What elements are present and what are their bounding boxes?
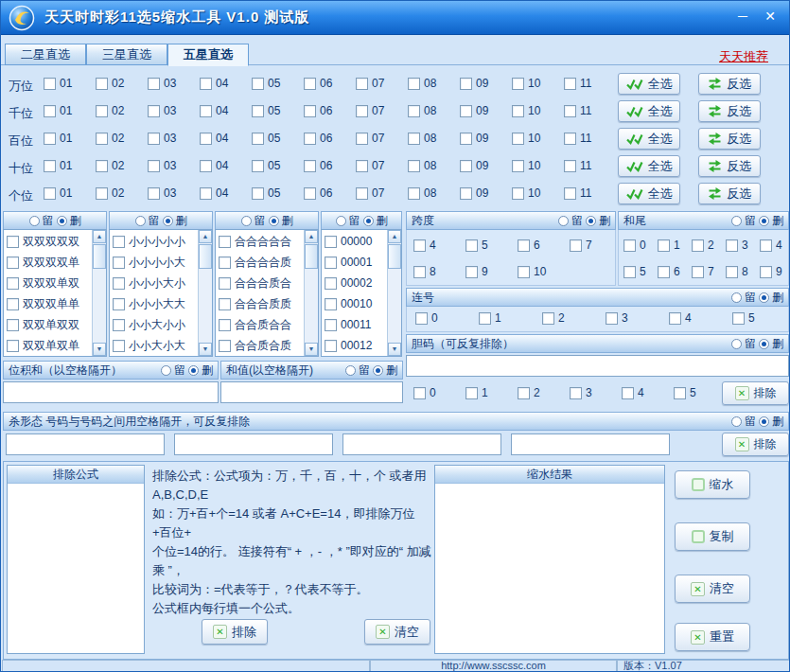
list-item-checkbox[interactable] [325, 319, 337, 331]
consec-option-checkbox[interactable] [479, 312, 491, 325]
consec-keep-radio[interactable] [731, 292, 742, 303]
span-option-checkbox[interactable] [413, 266, 426, 278]
scroll-up-button[interactable]: ▲ [199, 230, 212, 243]
sumtail-delete-radio[interactable] [759, 216, 769, 226]
clear-button[interactable]: ✕ 清空 [675, 575, 750, 603]
list-item-checkbox[interactable] [219, 256, 231, 269]
list-item[interactable]: 双双单双双 [4, 314, 106, 335]
list-item[interactable]: 双双双单单 [4, 293, 106, 314]
invert-selection-button[interactable]: 反选 [698, 73, 761, 95]
close-button[interactable]: ✕ [764, 9, 776, 24]
list-item-checkbox[interactable] [113, 236, 125, 248]
weightsum-delete-radio[interactable] [188, 365, 199, 376]
invert-selection-button[interactable]: 反选 [698, 183, 761, 204]
sumtail-option-checkbox[interactable] [692, 266, 704, 278]
scroll-down-button[interactable]: ▼ [388, 343, 401, 356]
number-checkbox[interactable] [44, 105, 56, 117]
number-checkbox[interactable] [96, 105, 108, 117]
scrollbar[interactable]: ▲▼ [198, 230, 212, 356]
span-keep-radio[interactable] [558, 216, 569, 226]
list-item-checkbox[interactable] [219, 236, 231, 248]
list-prime-composite-delete-radio[interactable] [269, 216, 279, 226]
list-item[interactable]: 合合合合合 [216, 231, 318, 252]
number-checkbox[interactable] [96, 187, 108, 200]
number-checkbox[interactable] [96, 133, 108, 145]
list-digit-form-delete-radio[interactable] [363, 216, 374, 226]
select-all-button[interactable]: 全选 [618, 100, 680, 122]
list-item-checkbox[interactable] [113, 319, 125, 331]
invert-selection-button[interactable]: 反选 [698, 155, 761, 177]
scroll-up-button[interactable]: ▲ [305, 230, 318, 243]
number-checkbox[interactable] [96, 78, 108, 90]
dan-option-checkbox[interactable] [570, 387, 582, 399]
list-item[interactable]: 小小小小小 [110, 231, 212, 252]
list-big-small-delete-radio[interactable] [163, 216, 173, 226]
list-item-checkbox[interactable] [7, 277, 19, 290]
list-item[interactable]: 合合质合合 [216, 314, 318, 335]
sumtail-option-checkbox[interactable] [692, 239, 704, 252]
tab-3[interactable]: 五星直选 [167, 44, 249, 66]
list-item-checkbox[interactable] [7, 340, 19, 352]
number-checkbox[interactable] [44, 187, 56, 200]
list-prime-composite-keep-radio[interactable] [241, 216, 252, 226]
consec-option-checkbox[interactable] [606, 312, 618, 325]
list-item[interactable]: 双双单双单 [4, 335, 106, 356]
list-item-checkbox[interactable] [325, 277, 337, 290]
list-item[interactable]: 小小小小大 [110, 252, 212, 273]
formula-input-area[interactable] [8, 484, 144, 653]
number-checkbox[interactable] [356, 133, 368, 145]
list-item[interactable]: 双双双单双 [4, 273, 106, 293]
scrollbar[interactable]: ▲▼ [92, 230, 106, 356]
list-item-checkbox[interactable] [113, 256, 125, 269]
list-item[interactable]: 小小小大大 [110, 293, 212, 314]
kill-pattern-input-1[interactable] [6, 433, 165, 455]
list-item[interactable]: 双双双双单 [4, 252, 106, 273]
number-checkbox[interactable] [512, 160, 524, 172]
sum-value-input[interactable] [220, 381, 403, 403]
reset-button[interactable]: ✕ 重置 [675, 623, 750, 651]
scroll-thumb[interactable] [305, 244, 318, 269]
number-checkbox[interactable] [200, 187, 212, 200]
number-checkbox[interactable] [252, 187, 264, 200]
number-checkbox[interactable] [564, 133, 576, 145]
number-checkbox[interactable] [408, 78, 420, 90]
list-item-checkbox[interactable] [7, 298, 19, 310]
number-checkbox[interactable] [148, 133, 160, 145]
number-checkbox[interactable] [148, 187, 160, 200]
number-checkbox[interactable] [408, 160, 420, 172]
list-item-checkbox[interactable] [219, 298, 231, 310]
dan-exclude-button[interactable]: ✕排除 [722, 381, 789, 405]
sumtail-option-checkbox[interactable] [726, 266, 738, 278]
span-option-checkbox[interactable] [518, 266, 530, 278]
number-checkbox[interactable] [44, 160, 56, 172]
list-item[interactable]: 合合合质合 [216, 273, 318, 293]
number-checkbox[interactable] [460, 160, 472, 172]
span-option-checkbox[interactable] [570, 239, 582, 252]
dan-delete-radio[interactable] [759, 339, 769, 349]
sumtail-option-checkbox[interactable] [726, 239, 738, 252]
list-item[interactable]: 小小大小大 [110, 335, 212, 356]
number-checkbox[interactable] [200, 78, 212, 90]
number-checkbox[interactable] [512, 133, 524, 145]
number-checkbox[interactable] [356, 160, 368, 172]
span-delete-radio[interactable] [586, 216, 596, 226]
list-item[interactable]: 合合质合质 [216, 335, 318, 356]
number-checkbox[interactable] [564, 187, 576, 200]
sumtail-option-checkbox[interactable] [658, 239, 670, 252]
invert-selection-button[interactable]: 反选 [698, 100, 761, 122]
number-checkbox[interactable] [408, 133, 420, 145]
list-item[interactable]: 双双双双双 [4, 231, 106, 252]
scrollbar[interactable]: ▲▼ [304, 230, 318, 356]
list-item-checkbox[interactable] [219, 340, 231, 352]
select-all-button[interactable]: 全选 [618, 155, 680, 177]
list-item-checkbox[interactable] [325, 298, 337, 310]
span-option-checkbox[interactable] [465, 239, 478, 252]
number-checkbox[interactable] [304, 133, 316, 145]
sumtail-option-checkbox[interactable] [658, 266, 670, 278]
list-item-checkbox[interactable] [219, 277, 231, 290]
kill-exclude-button[interactable]: ✕排除 [722, 433, 789, 456]
list-odd-even-keep-radio[interactable] [29, 216, 40, 226]
number-checkbox[interactable] [512, 187, 524, 200]
list-item-checkbox[interactable] [7, 319, 19, 331]
scroll-thumb[interactable] [388, 244, 401, 269]
